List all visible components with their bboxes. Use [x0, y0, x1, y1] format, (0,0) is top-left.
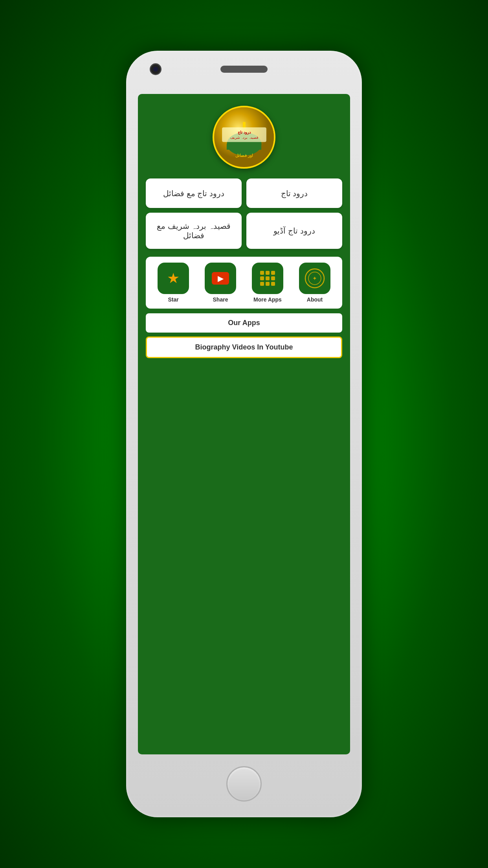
svg-text:درود تاج: درود تاج — [238, 130, 251, 135]
biography-bar[interactable]: Biography Videos In Youtube — [146, 337, 342, 358]
share-label: Share — [213, 296, 228, 303]
svg-rect-2 — [226, 144, 261, 150]
star-label: Star — [168, 296, 178, 303]
svg-rect-4 — [222, 127, 266, 142]
front-camera — [150, 63, 161, 75]
svg-text:اور فضائل: اور فضائل — [235, 153, 253, 158]
star-icon-wrap: ★ — [158, 263, 189, 294]
about-icon-wrap: ✦ — [299, 263, 330, 294]
app-content: درود تاج قصیدہ بردہ شریف اور فضائل درود … — [138, 94, 350, 754]
share-action[interactable]: Share — [205, 263, 236, 303]
more-apps-label: More Apps — [253, 296, 282, 303]
app-logo: درود تاج قصیدہ بردہ شریف اور فضائل — [213, 106, 275, 169]
about-action[interactable]: ✦ About — [299, 263, 330, 303]
more-apps-action[interactable]: More Apps — [252, 263, 283, 303]
share-icon — [212, 272, 229, 285]
speaker-grille — [220, 66, 268, 73]
logo-svg: درود تاج قصیدہ بردہ شریف اور فضائل — [214, 107, 275, 167]
phone-screen: درود تاج قصیدہ بردہ شریف اور فضائل درود … — [138, 94, 350, 754]
green-fill — [146, 358, 342, 747]
star-icon: ★ — [167, 270, 180, 287]
grid-icon — [260, 271, 275, 286]
home-button[interactable] — [226, 766, 262, 802]
svg-text:قصیدہ بردہ شریف: قصیدہ بردہ شریف — [230, 136, 258, 140]
btn-darood-taj-fazail[interactable]: درود تاج مع فضائل — [146, 178, 242, 208]
biography-label: Biography Videos In Youtube — [195, 343, 293, 351]
phone-frame: درود تاج قصیدہ بردہ شریف اور فضائل درود … — [126, 51, 362, 817]
svg-text:✦: ✦ — [312, 275, 317, 281]
star-action[interactable]: ★ Star — [158, 263, 189, 303]
about-label: About — [307, 296, 323, 303]
menu-grid: درود تاج مع فضائل درود تاج قصیدہ بردہ شر… — [146, 178, 342, 249]
our-apps-bar[interactable]: Our Apps — [146, 313, 342, 333]
more-apps-icon-wrap — [252, 263, 283, 294]
about-icon: ✦ — [304, 268, 325, 289]
action-bar: ★ Star Share — [146, 257, 342, 309]
btn-darood-taj[interactable]: درود تاج — [246, 178, 342, 208]
btn-qasida-burda[interactable]: قصیدہ بردہ شریف مع فضائل — [146, 213, 242, 249]
share-icon-wrap — [205, 263, 236, 294]
btn-darood-taj-audio[interactable]: درود تاج آڈیو — [246, 213, 342, 249]
our-apps-label: Our Apps — [228, 319, 260, 327]
